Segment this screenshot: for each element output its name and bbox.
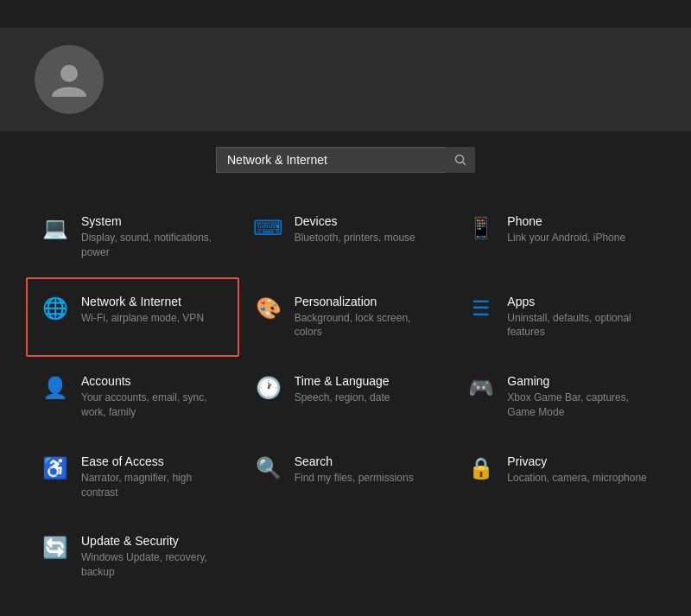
- personalization-text: PersonalizationBackground, lock screen, …: [295, 295, 437, 340]
- apps-desc: Uninstall, defaults, optional features: [507, 311, 650, 340]
- settings-item-search[interactable]: 🔍SearchFind my files, permissions: [239, 437, 453, 518]
- accounts-desc: Your accounts, email, sync, work, family: [81, 391, 224, 420]
- personalization-icon: 🎨: [255, 295, 282, 322]
- system-text: SystemDisplay, sound, notifications, pow…: [81, 214, 224, 260]
- accounts-icon: 👤: [41, 374, 69, 402]
- update-title: Update & Security: [81, 534, 224, 548]
- maximize-button[interactable]: [605, 0, 644, 28]
- devices-icon: ⌨: [255, 214, 282, 242]
- title-bar: [0, 0, 691, 28]
- update-desc: Windows Update, recovery, backup: [81, 550, 224, 580]
- search-icon: 🔍: [255, 454, 282, 482]
- gaming-icon: 🎮: [467, 374, 495, 402]
- search-title: Search: [295, 454, 437, 468]
- search-icon-button[interactable]: [445, 147, 475, 173]
- privacy-icon: 🔒: [467, 454, 495, 482]
- personalization-title: Personalization: [295, 295, 437, 308]
- update-icon: 🔄: [41, 534, 69, 562]
- svg-point-1: [455, 156, 463, 163]
- update-text: Update & SecurityWindows Update, recover…: [81, 534, 224, 580]
- settings-item-system[interactable]: 💻SystemDisplay, sound, notifications, po…: [26, 197, 239, 277]
- devices-text: DevicesBluetooth, printers, mouse: [295, 214, 437, 245]
- apps-title: Apps: [507, 295, 650, 308]
- phone-icon: 📱: [467, 214, 495, 242]
- system-icon: 💻: [41, 214, 69, 242]
- time-desc: Speech, region, date: [295, 391, 437, 405]
- search-bar: [216, 147, 475, 173]
- privacy-text: PrivacyLocation, camera, microphone: [507, 454, 650, 486]
- apps-text: AppsUninstall, defaults, optional featur…: [507, 295, 650, 340]
- privacy-title: Privacy: [507, 454, 650, 468]
- profile-section: [0, 28, 691, 131]
- gaming-text: GamingXbox Game Bar, captures, Game Mode: [507, 374, 650, 420]
- settings-item-privacy[interactable]: 🔒PrivacyLocation, camera, microphone: [452, 437, 665, 518]
- settings-item-gaming[interactable]: 🎮GamingXbox Game Bar, captures, Game Mod…: [452, 357, 665, 437]
- time-text: Time & LanguageSpeech, region, date: [295, 374, 437, 405]
- settings-item-phone[interactable]: 📱PhoneLink your Android, iPhone: [452, 197, 665, 277]
- phone-desc: Link your Android, iPhone: [507, 231, 650, 245]
- network-icon: 🌐: [41, 295, 69, 322]
- avatar: [35, 45, 104, 114]
- time-icon: 🕐: [255, 374, 282, 402]
- search-desc: Find my files, permissions: [295, 471, 437, 486]
- time-title: Time & Language: [295, 374, 437, 388]
- gaming-desc: Xbox Game Bar, captures, Game Mode: [507, 391, 650, 420]
- search-icon: [454, 154, 466, 166]
- devices-desc: Bluetooth, printers, mouse: [295, 231, 437, 245]
- ease-desc: Narrator, magnifier, high contrast: [81, 471, 224, 500]
- svg-point-0: [60, 65, 78, 82]
- settings-item-accounts[interactable]: 👤AccountsYour accounts, email, sync, wor…: [26, 357, 239, 437]
- settings-item-update[interactable]: 🔄Update & SecurityWindows Update, recove…: [26, 517, 239, 597]
- accounts-title: Accounts: [81, 374, 224, 388]
- phone-text: PhoneLink your Android, iPhone: [507, 214, 650, 245]
- settings-item-personalization[interactable]: 🎨PersonalizationBackground, lock screen,…: [239, 277, 453, 358]
- settings-item-network[interactable]: 🌐Network & InternetWi-Fi, airplane mode,…: [26, 277, 239, 358]
- settings-item-time[interactable]: 🕐Time & LanguageSpeech, region, date: [239, 357, 453, 437]
- ease-text: Ease of AccessNarrator, magnifier, high …: [81, 454, 224, 500]
- settings-grid: 💻SystemDisplay, sound, notifications, po…: [0, 188, 691, 606]
- network-desc: Wi-Fi, airplane mode, VPN: [81, 311, 224, 326]
- privacy-desc: Location, camera, microphone: [507, 471, 650, 486]
- settings-item-devices[interactable]: ⌨DevicesBluetooth, printers, mouse: [239, 197, 453, 277]
- close-button[interactable]: [644, 0, 684, 28]
- title-bar-controls: [565, 0, 684, 28]
- ease-title: Ease of Access: [81, 454, 224, 468]
- ease-icon: ♿: [41, 454, 69, 482]
- system-title: System: [81, 214, 224, 228]
- gaming-title: Gaming: [507, 374, 650, 388]
- personalization-desc: Background, lock screen, colors: [295, 311, 437, 340]
- minimize-button[interactable]: [565, 0, 605, 28]
- settings-item-apps[interactable]: ☰AppsUninstall, defaults, optional featu…: [452, 277, 665, 358]
- search-input[interactable]: [216, 147, 475, 173]
- search-section: [0, 131, 691, 188]
- svg-line-2: [462, 162, 466, 166]
- apps-icon: ☰: [467, 295, 495, 322]
- network-title: Network & Internet: [81, 295, 224, 308]
- phone-title: Phone: [507, 214, 650, 228]
- system-desc: Display, sound, notifications, power: [81, 231, 224, 260]
- network-text: Network & InternetWi-Fi, airplane mode, …: [81, 295, 224, 326]
- accounts-text: AccountsYour accounts, email, sync, work…: [81, 374, 224, 420]
- settings-item-ease[interactable]: ♿Ease of AccessNarrator, magnifier, high…: [26, 437, 239, 518]
- devices-title: Devices: [295, 214, 437, 228]
- search-text: SearchFind my files, permissions: [295, 454, 437, 486]
